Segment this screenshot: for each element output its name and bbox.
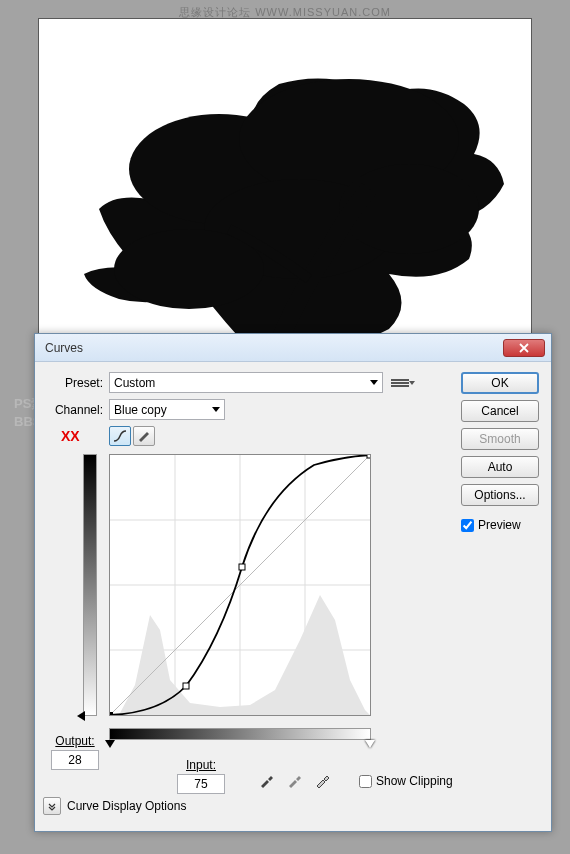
pencil-icon	[137, 430, 151, 442]
ok-button[interactable]: OK	[461, 372, 539, 394]
channel-value: Blue copy	[114, 403, 167, 417]
curve-icon	[113, 430, 127, 442]
curve-display-options-label: Curve Display Options	[67, 799, 186, 813]
input-slider-black[interactable]	[105, 740, 115, 748]
cancel-button[interactable]: Cancel	[461, 400, 539, 422]
preset-dropdown[interactable]: Custom	[109, 372, 383, 393]
output-input[interactable]	[51, 750, 99, 770]
output-label: Output:	[51, 734, 99, 748]
show-clipping-input[interactable]	[359, 775, 372, 788]
curve-point-shadow[interactable]	[110, 712, 113, 715]
show-clipping-label: Show Clipping	[376, 774, 453, 788]
preview-checkbox[interactable]: Preview	[461, 518, 539, 532]
input-input[interactable]	[177, 774, 225, 794]
input-slider-white[interactable]	[365, 740, 375, 748]
preset-menu-icon[interactable]	[391, 376, 409, 390]
annotation-xx: XX	[61, 428, 80, 444]
eyedropper-black-icon[interactable]	[259, 772, 275, 788]
output-slider-handle[interactable]	[77, 711, 85, 721]
curve-point-highlight[interactable]	[367, 455, 370, 458]
curve-point-2[interactable]	[239, 564, 245, 570]
eyedropper-gray-icon[interactable]	[287, 772, 303, 788]
close-icon	[519, 343, 529, 353]
close-button[interactable]	[503, 339, 545, 357]
preset-value: Custom	[114, 376, 155, 390]
options-button[interactable]: Options...	[461, 484, 539, 506]
expand-button[interactable]	[43, 797, 61, 815]
channel-label: Channel:	[47, 403, 103, 417]
curve-tool-button[interactable]	[109, 426, 131, 446]
show-clipping-checkbox[interactable]: Show Clipping	[359, 774, 453, 788]
output-gradient[interactable]	[83, 454, 97, 716]
dialog-title: Curves	[41, 341, 503, 355]
input-label: Input:	[177, 758, 225, 772]
curves-dialog: Curves Preset: Custom XX Channel: Blue c…	[34, 333, 552, 832]
smooth-button[interactable]: Smooth	[461, 428, 539, 450]
dialog-body: Preset: Custom XX Channel: Blue copy	[35, 362, 551, 831]
channel-dropdown[interactable]: Blue copy	[109, 399, 225, 420]
tree-image	[69, 49, 509, 379]
preset-label: Preset:	[47, 376, 103, 390]
preview-label: Preview	[478, 518, 521, 532]
pencil-tool-button[interactable]	[133, 426, 155, 446]
curves-grid[interactable]	[109, 454, 371, 716]
curve-point-1[interactable]	[183, 683, 189, 689]
dialog-titlebar[interactable]: Curves	[35, 334, 551, 362]
preview-input[interactable]	[461, 519, 474, 532]
curve-display-options-row: Curve Display Options	[43, 793, 443, 819]
auto-button[interactable]: Auto	[461, 456, 539, 478]
eyedropper-white-icon[interactable]	[315, 772, 331, 788]
chevron-down-icon	[47, 801, 57, 811]
input-gradient[interactable]	[109, 728, 371, 740]
